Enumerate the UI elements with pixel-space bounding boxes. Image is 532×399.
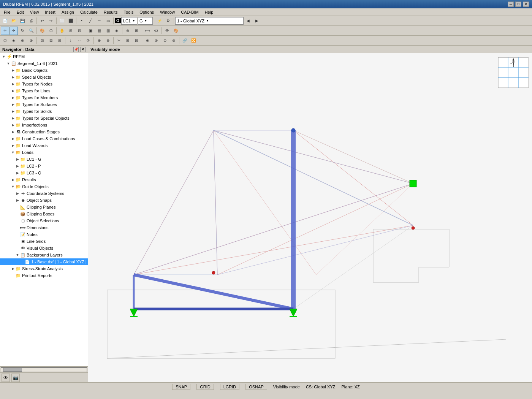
tool16[interactable]: ⊗ bbox=[143, 36, 152, 45]
right-arr[interactable]: ▶ bbox=[253, 17, 261, 25]
tool19[interactable]: ⊚ bbox=[169, 36, 178, 45]
tree-basic-objects[interactable]: ▶ 📁 Basic Objects bbox=[0, 67, 88, 74]
tool11[interactable]: ⊕ bbox=[95, 36, 103, 45]
tree-types-surfaces[interactable]: ▶ 📁 Types for Surfaces bbox=[0, 101, 88, 108]
tree-background-layers[interactable]: ▼ 📋 Background Layers bbox=[0, 252, 88, 258]
menu-file[interactable]: File bbox=[1, 9, 14, 15]
color-btn[interactable]: 🎨 bbox=[172, 27, 180, 35]
redo-btn[interactable]: ↪ bbox=[47, 17, 55, 25]
zoom-btn[interactable]: 🔍 bbox=[27, 27, 35, 35]
nav-cam-btn[interactable]: 📷 bbox=[11, 374, 20, 382]
tree-types-lines[interactable]: ▶ 📁 Types for Lines bbox=[0, 87, 88, 94]
node-btn[interactable]: • bbox=[78, 17, 86, 25]
tool20[interactable]: 🔗 bbox=[180, 36, 189, 45]
tool3[interactable]: ⊛ bbox=[18, 36, 27, 45]
tree-clipping-boxes[interactable]: ▶ 📦 Clipping Boxes bbox=[0, 211, 88, 217]
tree-clipping-planes[interactable]: ▶ 📐 Clipping Planes bbox=[0, 204, 88, 211]
tool13[interactable]: ✂ bbox=[115, 36, 123, 45]
snap-btn[interactable]: SNAP bbox=[172, 384, 190, 390]
cursor-btn[interactable]: ⊹ bbox=[1, 27, 9, 35]
member-btn[interactable]: ═ bbox=[95, 17, 103, 25]
render-btn[interactable]: 🎨 bbox=[38, 27, 46, 35]
tree-dimensions[interactable]: ▶ ⟺ Dimensions bbox=[0, 224, 88, 231]
nav-close-btn[interactable]: ✕ bbox=[80, 47, 86, 52]
new-btn[interactable]: 📄 bbox=[1, 17, 9, 25]
tree-imperfections[interactable]: ▶ 📁 Imperfections bbox=[0, 122, 88, 128]
tree-load-cases[interactable]: ▶ 📁 Load Cases & Combinations bbox=[0, 135, 88, 142]
grid-btn[interactable]: ⊞ bbox=[132, 27, 141, 35]
view-front[interactable]: ▣ bbox=[86, 27, 95, 35]
pan-btn[interactable]: ✋ bbox=[58, 27, 66, 35]
tree-results[interactable]: ▶ 📁 Results bbox=[0, 176, 88, 183]
xyz-dropdown[interactable]: 1 - Global XYZ ▼ bbox=[175, 17, 244, 25]
tree-project[interactable]: ▼ 📋 Segment_1.rf6 | 2021 bbox=[0, 60, 88, 67]
tool10[interactable]: ⟳ bbox=[84, 36, 92, 45]
view-side[interactable]: ▥ bbox=[104, 27, 112, 35]
view-iso[interactable]: ◈ bbox=[112, 27, 121, 35]
snap-btn[interactable]: ⊕ bbox=[124, 27, 132, 35]
tool6[interactable]: ⊠ bbox=[47, 36, 55, 45]
select2-btn[interactable]: ⬛ bbox=[66, 17, 75, 25]
tree-lc1[interactable]: ▶ 📁 LC1 - G bbox=[0, 156, 88, 163]
rotate-btn[interactable]: ↻ bbox=[18, 27, 27, 35]
surface-btn[interactable]: ▭ bbox=[104, 17, 112, 25]
line-btn[interactable]: ╱ bbox=[86, 17, 95, 25]
maximize-btn[interactable]: □ bbox=[515, 2, 521, 7]
tool17[interactable]: ⊘ bbox=[152, 36, 160, 45]
tool15[interactable]: ⊟ bbox=[132, 36, 141, 45]
tree-coord-systems[interactable]: ▶ ✛ Coordinate Systems bbox=[0, 190, 88, 197]
menu-edit[interactable]: Edit bbox=[14, 9, 27, 15]
fit2-btn[interactable]: ⊡ bbox=[75, 27, 84, 35]
display-btn[interactable]: 👁 bbox=[163, 27, 171, 35]
tree-object-snaps[interactable]: ▶ ⊕ Object Snaps bbox=[0, 197, 88, 204]
tool4[interactable]: ⊗ bbox=[27, 36, 35, 45]
tree-construction[interactable]: ▶ 🏗 Construction Stages bbox=[0, 128, 88, 135]
tree-load-wizards[interactable]: ▶ 📁 Load Wizards bbox=[0, 142, 88, 149]
tool2[interactable]: ◈ bbox=[10, 36, 18, 45]
menu-calculate[interactable]: Calculate bbox=[77, 9, 101, 15]
scroll-thumb[interactable] bbox=[3, 368, 22, 372]
menu-insert[interactable]: Insert bbox=[42, 9, 59, 15]
tree-types-nodes[interactable]: ▶ 📁 Types for Nodes bbox=[0, 81, 88, 87]
tool7[interactable]: ⊟ bbox=[55, 36, 64, 45]
tree-types-special[interactable]: ▶ 📁 Types for Special Objects bbox=[0, 115, 88, 122]
viewport-canvas[interactable]: -Y bbox=[88, 53, 532, 382]
tree-guide-objects[interactable]: ▼ 📂 Guide Objects bbox=[0, 183, 88, 190]
label-btn[interactable]: 🏷 bbox=[152, 27, 160, 35]
osnap-btn[interactable]: OSNAP bbox=[245, 384, 267, 390]
lgrid-btn[interactable]: LGRID bbox=[220, 384, 240, 390]
dim-btn[interactable]: ⟺ bbox=[143, 27, 152, 35]
close-btn[interactable]: ✕ bbox=[523, 2, 529, 7]
nav-pin-btn[interactable]: 📌 bbox=[73, 47, 79, 52]
calc1-btn[interactable]: ⚡ bbox=[155, 17, 164, 25]
tree-types-solids[interactable]: ▶ 📁 Types for Solids bbox=[0, 108, 88, 115]
g-dropdown[interactable]: G ▼ bbox=[138, 17, 153, 25]
tree-base-dxf[interactable]: ▶ 📄 1 - Base.dxf | 1 - Global XYZ | 0 bbox=[0, 258, 88, 265]
menu-assign[interactable]: Assign bbox=[59, 9, 77, 15]
menu-help[interactable]: Help bbox=[202, 9, 217, 15]
tree-visual-objects[interactable]: ▶ 👁 Visual Objects bbox=[0, 245, 88, 252]
open-btn[interactable]: 📂 bbox=[10, 17, 18, 25]
menu-view[interactable]: View bbox=[27, 9, 42, 15]
tree-stress-strain[interactable]: ▶ 📁 Stress-Strain Analysis bbox=[0, 265, 88, 272]
tree-loads[interactable]: ▼ 📂 Loads bbox=[0, 149, 88, 156]
fit-btn[interactable]: ⊞ bbox=[66, 27, 75, 35]
menu-window[interactable]: Window bbox=[157, 9, 178, 15]
nav-scroll-x[interactable] bbox=[0, 366, 88, 372]
minimize-btn[interactable]: ─ bbox=[508, 2, 514, 7]
tool21[interactable]: 🔀 bbox=[189, 36, 198, 45]
tool5[interactable]: ⊡ bbox=[38, 36, 46, 45]
grid-btn[interactable]: GRID bbox=[196, 384, 214, 390]
menu-cadbim[interactable]: CAD-BIM bbox=[178, 9, 201, 15]
move-btn[interactable]: ✛ bbox=[10, 27, 18, 35]
view-top[interactable]: ▤ bbox=[95, 27, 103, 35]
print-btn[interactable]: 🖨 bbox=[27, 17, 35, 25]
tool14[interactable]: ⊞ bbox=[124, 36, 132, 45]
tool12[interactable]: ⊖ bbox=[104, 36, 112, 45]
tree-line-grids[interactable]: ▶ ⊞ Line Grids bbox=[0, 238, 88, 245]
select-btn[interactable]: ⬜ bbox=[58, 17, 66, 25]
tree-types-members[interactable]: ▶ 📁 Types for Members bbox=[0, 94, 88, 101]
lc-dropdown[interactable]: LC1 ▼ bbox=[121, 17, 137, 25]
menu-options[interactable]: Options bbox=[136, 9, 157, 15]
tree-object-selections[interactable]: ▶ ⊡ Object Selections bbox=[0, 217, 88, 224]
